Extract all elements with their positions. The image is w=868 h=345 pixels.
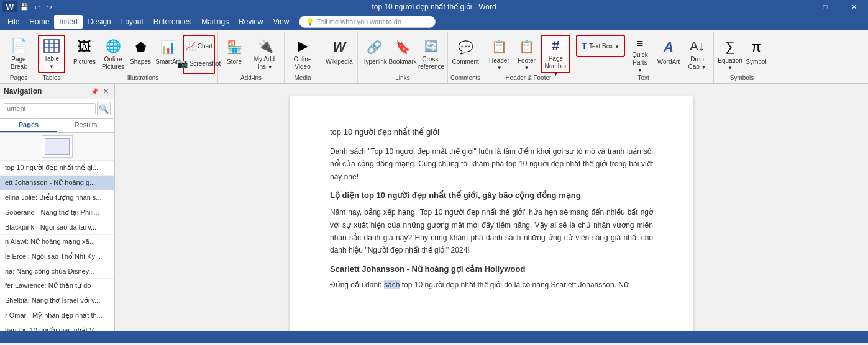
quick-parts-btn[interactable]: ≡ QuickParts ▼ bbox=[626, 35, 654, 73]
menu-mailings[interactable]: Mailings bbox=[196, 15, 234, 29]
doc-heading-1: Lộ diện top 10 người đẹp nhất thế giới, … bbox=[330, 190, 653, 200]
footer-icon: 📋 bbox=[516, 37, 536, 56]
symbol-btn[interactable]: π Symbol bbox=[745, 35, 767, 73]
sidebar-close-button[interactable]: ✕ bbox=[101, 86, 111, 96]
equation-icon: ∑ bbox=[720, 37, 740, 56]
page-break-label: PageBreak bbox=[11, 56, 27, 71]
sidebar-list: top 10 người đẹp nhất thế gi... ett Joha… bbox=[0, 161, 114, 331]
sidebar-tab-results[interactable]: Results bbox=[57, 119, 114, 132]
sidebar-item[interactable]: Soberano - Nàng thơ tại Phili... bbox=[0, 205, 114, 220]
sidebar-item[interactable]: r Omar - Mỹ nhân đẹp nhất th... bbox=[0, 308, 114, 323]
page-break-btn[interactable]: 📄 PageBreak bbox=[5, 35, 32, 73]
wikipedia-label: Wikipedia bbox=[326, 58, 352, 65]
media-group-label: Media bbox=[294, 74, 311, 83]
screenshot-btn[interactable]: 📷 Screenshot bbox=[185, 55, 212, 72]
doc-para-1: Danh sách "Top 10 người đẹp nhất thế giớ… bbox=[330, 145, 653, 183]
sidebar-tab-pages[interactable]: Pages bbox=[0, 119, 57, 132]
document-area[interactable]: top 10 người đẹp nhất thế giới Danh sách… bbox=[115, 84, 868, 331]
comment-btn[interactable]: 💬 Comment bbox=[450, 35, 480, 73]
menu-layout[interactable]: Layout bbox=[116, 15, 148, 29]
doc-para-3: Đứng đầu danh sách top 10 người đẹp nhất… bbox=[330, 279, 653, 291]
equation-label: Equation ▼ bbox=[718, 57, 742, 71]
wikipedia-btn[interactable]: W Wikipedia bbox=[324, 35, 355, 73]
hyperlink-label: Hyperlink bbox=[361, 58, 387, 65]
doc-heading-2: Scarlett Johansson - Nữ hoàng gợi cảm Ho… bbox=[330, 264, 653, 274]
sidebar-item[interactable]: n Alawi: Nữ hoàng mạng xã... bbox=[0, 235, 114, 249]
illustrations-group-label: Illustrations bbox=[127, 74, 159, 83]
page-break-icon: 📄 bbox=[9, 37, 29, 55]
minimize-button[interactable]: ─ bbox=[782, 0, 811, 14]
chart-btn[interactable]: 📈 Chart bbox=[185, 37, 212, 55]
store-btn[interactable]: 🏪 Store bbox=[221, 35, 248, 73]
pictures-btn[interactable]: 🖼 Pictures bbox=[71, 35, 98, 73]
quick-access-save[interactable]: 💾 bbox=[19, 1, 30, 12]
wordart-icon: A bbox=[659, 37, 678, 57]
quick-access-redo[interactable]: ↪ bbox=[43, 1, 55, 12]
symbol-icon: π bbox=[746, 37, 766, 57]
quick-parts-label: QuickParts ▼ bbox=[629, 52, 651, 74]
sidebar-item[interactable]: na: Năng công chúa Disney... bbox=[0, 264, 114, 279]
comment-label: Comment bbox=[452, 58, 479, 65]
equation-btn[interactable]: ∑ Equation ▼ bbox=[716, 35, 744, 73]
tables-group-label: Tables bbox=[43, 74, 61, 83]
tell-me-bar[interactable]: 💡 Tell me what you want to do... bbox=[299, 16, 436, 28]
doc-title: top 10 người đẹp nhất thế giới bbox=[330, 127, 653, 137]
pictures-icon: 🖼 bbox=[75, 37, 94, 57]
page-number-icon: # bbox=[546, 38, 565, 54]
links-group-label: Links bbox=[395, 74, 409, 83]
maximize-button[interactable]: □ bbox=[811, 0, 839, 14]
shapes-btn[interactable]: ⬟ Shapes bbox=[128, 35, 153, 73]
pages-group-label: Pages bbox=[10, 74, 27, 83]
wordart-label: WordArt bbox=[657, 58, 680, 65]
bookmark-btn[interactable]: 🔖 Bookmark bbox=[389, 35, 416, 73]
my-add-ins-label: My Add-ins ▼ bbox=[252, 56, 278, 71]
sidebar-item[interactable]: fer Lawrence: Nữ thần tự do bbox=[0, 279, 114, 293]
sidebar-item[interactable]: le Ercel: Ngôi sao Thổ Nhĩ Ký... bbox=[0, 249, 114, 264]
sidebar-search-input[interactable] bbox=[4, 103, 96, 114]
menu-review[interactable]: Review bbox=[234, 15, 268, 29]
sidebar-item[interactable]: elina Jolie: Biểu tượng nhan s... bbox=[0, 190, 114, 205]
document-page: top 10 người đẹp nhất thế giới Danh sách… bbox=[290, 96, 693, 331]
text-box-btn[interactable]: T Text Box ▼ bbox=[578, 37, 623, 55]
my-add-ins-icon: 🔌 bbox=[255, 37, 275, 55]
menu-view[interactable]: View bbox=[268, 15, 295, 29]
online-video-btn[interactable]: ▶ OnlineVideo bbox=[287, 35, 318, 73]
menu-references[interactable]: References bbox=[148, 15, 196, 29]
menu-insert[interactable]: Insert bbox=[54, 15, 83, 29]
chart-label: Chart bbox=[198, 43, 212, 50]
doc-para-2: Năm nay, bảng xếp hạng "Top 10 người đẹp… bbox=[330, 206, 653, 257]
drop-cap-label: DropCap ▼ bbox=[688, 56, 706, 71]
header-footer-group-label: Header & Footer bbox=[505, 74, 551, 83]
footer-label: Footer ▼ bbox=[516, 57, 536, 71]
wordart-btn[interactable]: A WordArt bbox=[655, 35, 682, 73]
sidebar-item[interactable]: Blackpink - Ngôi sao đa tài v... bbox=[0, 220, 114, 235]
table-btn[interactable]: Table ▼ bbox=[38, 35, 65, 73]
drop-cap-btn[interactable]: A↓ DropCap ▼ bbox=[683, 35, 711, 73]
page-number-btn[interactable]: # PageNumber ▼ bbox=[541, 35, 570, 73]
footer-btn[interactable]: 📋 Footer ▼ bbox=[513, 35, 539, 73]
cross-reference-btn[interactable]: 🔄 Cross-reference bbox=[418, 35, 445, 73]
my-add-ins-btn[interactable]: 🔌 My Add-ins ▼ bbox=[249, 35, 281, 73]
header-icon: 📋 bbox=[489, 37, 509, 56]
sidebar-pin-button[interactable]: 📌 bbox=[89, 86, 99, 96]
table-label: Table ▼ bbox=[42, 55, 62, 70]
comment-icon: 💬 bbox=[455, 37, 475, 57]
hyperlink-btn[interactable]: 🔗 Hyperlink bbox=[360, 35, 388, 73]
sidebar-item[interactable]: Shelbia: Nàng thơ Israel với v... bbox=[0, 293, 114, 308]
header-btn[interactable]: 📋 Header ▼ bbox=[486, 35, 512, 73]
close-button[interactable]: ✕ bbox=[839, 0, 868, 14]
sidebar-item[interactable]: ett Johansson - Nữ hoàng g... bbox=[0, 176, 114, 190]
sidebar-search-button[interactable]: 🔍 bbox=[97, 102, 111, 115]
menu-home[interactable]: Home bbox=[24, 15, 54, 29]
symbol-label: Symbol bbox=[746, 58, 766, 65]
online-pictures-btn[interactable]: 🌐 OnlinePictures bbox=[99, 35, 127, 73]
quick-access-undo[interactable]: ↩ bbox=[31, 1, 42, 12]
menu-design[interactable]: Design bbox=[83, 15, 116, 29]
sidebar-item[interactable]: uan top 10 người giàu nhất V... bbox=[0, 323, 114, 331]
drop-cap-icon: A↓ bbox=[687, 37, 707, 55]
shapes-icon: ⬟ bbox=[130, 37, 150, 57]
menu-file[interactable]: File bbox=[2, 15, 24, 29]
store-label: Store bbox=[227, 58, 242, 65]
svg-rect-0 bbox=[44, 40, 59, 52]
sidebar-item[interactable]: top 10 người đẹp nhất thế gi... bbox=[0, 161, 114, 176]
